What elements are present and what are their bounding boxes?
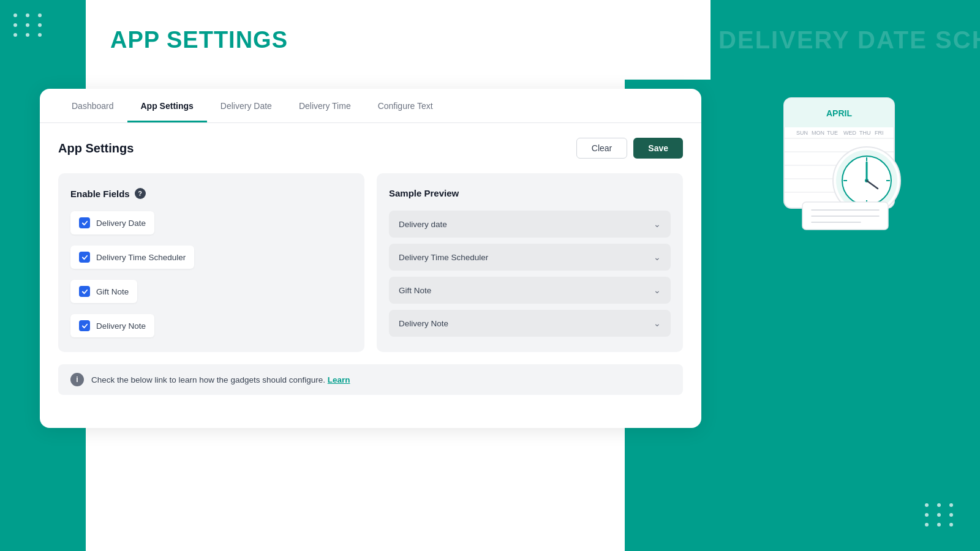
checkbox-delivery-note[interactable]: Delivery Note xyxy=(70,314,154,337)
two-column-layout: Enable Fields ? Delivery Date Delivery T… xyxy=(58,173,683,352)
svg-text:SUN: SUN xyxy=(796,130,808,136)
main-card: Dashboard App Settings Delivery Date Del… xyxy=(40,89,701,428)
chevron-down-icon-gift-note: ⌄ xyxy=(654,285,661,295)
content-area: App Settings Clear Save Enable Fields ? … xyxy=(40,123,701,410)
preview-item-delivery-note[interactable]: Delivery Note ⌄ xyxy=(389,310,671,337)
save-button[interactable]: Save xyxy=(633,138,683,159)
learn-link[interactable]: Learn xyxy=(328,375,350,384)
svg-text:WED: WED xyxy=(843,130,856,136)
dots-pattern-bottomright xyxy=(925,503,956,527)
chevron-down-icon-delivery-note: ⌄ xyxy=(654,318,661,328)
checkbox-icon-gift-note xyxy=(79,286,90,297)
preview-label-gift-note: Gift Note xyxy=(399,286,431,295)
info-bar: i Check the below link to learn how the … xyxy=(58,364,683,395)
preview-item-gift-note[interactable]: Gift Note ⌄ xyxy=(389,277,671,304)
checkbox-gift-note[interactable]: Gift Note xyxy=(70,280,137,303)
watermark-text: EM DELIVERY DATE SCHEDULER xyxy=(671,26,980,54)
header: APP SETTINGS xyxy=(86,0,710,80)
svg-text:THU: THU xyxy=(859,130,871,136)
checkbox-label-delivery-time-scheduler: Delivery Time Scheduler xyxy=(96,253,186,262)
section-header: App Settings Clear Save xyxy=(58,138,683,159)
preview-item-delivery-time-scheduler[interactable]: Delivery Time Scheduler ⌄ xyxy=(389,244,671,271)
checkbox-label-gift-note: Gift Note xyxy=(96,287,129,296)
help-icon[interactable]: ? xyxy=(135,188,146,199)
checkbox-label-delivery-note: Delivery Note xyxy=(96,321,146,331)
info-icon: i xyxy=(70,373,84,386)
tab-configure-text[interactable]: Configure Text xyxy=(364,89,447,122)
tab-delivery-time[interactable]: Delivery Time xyxy=(285,89,364,122)
checkbox-delivery-date[interactable]: Delivery Date xyxy=(70,211,154,234)
checkbox-icon-delivery-date xyxy=(79,217,90,228)
dots-pattern-topleft xyxy=(13,13,44,37)
svg-text:APRIL: APRIL xyxy=(826,108,852,118)
checkbox-label-delivery-date: Delivery Date xyxy=(96,219,146,228)
svg-text:MON: MON xyxy=(812,130,824,136)
preview-label-delivery-time-scheduler: Delivery Time Scheduler xyxy=(399,253,488,262)
clear-button[interactable]: Clear xyxy=(576,138,627,159)
checkbox-icon-delivery-time-scheduler xyxy=(79,252,90,263)
chevron-down-icon-delivery-date: ⌄ xyxy=(654,219,661,229)
preview-item-delivery-date[interactable]: Delivery date ⌄ xyxy=(389,211,671,238)
action-buttons: Clear Save xyxy=(576,138,683,159)
sample-preview-panel: Sample Preview Delivery date ⌄ Delivery … xyxy=(377,173,683,352)
chevron-down-icon-delivery-time-scheduler: ⌄ xyxy=(654,252,661,262)
section-title: App Settings xyxy=(58,141,134,156)
calendar-illustration: APRIL SUN MON TUE WED THU FRI xyxy=(766,86,949,257)
tabs-container: Dashboard App Settings Delivery Date Del… xyxy=(40,89,701,123)
svg-text:FRI: FRI xyxy=(875,130,884,136)
enable-fields-title: Enable Fields ? xyxy=(70,188,352,199)
sample-preview-title: Sample Preview xyxy=(389,188,671,198)
page-title: APP SETTINGS xyxy=(110,27,288,53)
preview-label-delivery-date: Delivery date xyxy=(399,220,447,229)
svg-rect-9 xyxy=(784,118,894,127)
tab-dashboard[interactable]: Dashboard xyxy=(58,89,127,122)
info-text: Check the below link to learn how the ga… xyxy=(91,375,350,384)
enable-fields-panel: Enable Fields ? Delivery Date Delivery T… xyxy=(58,173,364,352)
checkbox-icon-delivery-note xyxy=(79,320,90,331)
tab-app-settings[interactable]: App Settings xyxy=(127,89,207,122)
checkbox-delivery-time-scheduler[interactable]: Delivery Time Scheduler xyxy=(70,246,194,269)
tab-delivery-date[interactable]: Delivery Date xyxy=(207,89,285,122)
svg-text:TUE: TUE xyxy=(827,130,838,136)
preview-label-delivery-note: Delivery Note xyxy=(399,319,448,328)
